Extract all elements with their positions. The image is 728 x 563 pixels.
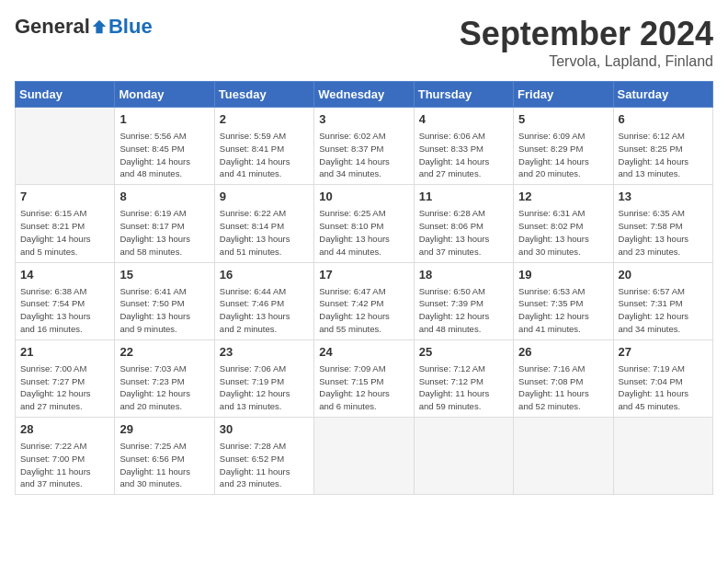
day-number: 3 xyxy=(319,111,408,128)
day-number: 5 xyxy=(518,111,608,128)
day-info: Sunrise: 7:09 AM Sunset: 7:15 PM Dayligh… xyxy=(319,362,408,413)
calendar-cell: 10Sunrise: 6:25 AM Sunset: 8:10 PM Dayli… xyxy=(314,185,414,262)
day-info: Sunrise: 6:50 AM Sunset: 7:39 PM Dayligh… xyxy=(419,285,508,336)
day-info: Sunrise: 5:56 AM Sunset: 8:45 PM Dayligh… xyxy=(119,130,209,180)
day-header-saturday: Saturday xyxy=(613,82,712,108)
calendar-cell: 16Sunrise: 6:44 AM Sunset: 7:46 PM Dayli… xyxy=(214,262,313,339)
calendar-cell: 13Sunrise: 6:35 AM Sunset: 7:58 PM Dayli… xyxy=(613,185,712,262)
logo-icon xyxy=(91,18,108,35)
day-number: 24 xyxy=(319,344,408,361)
day-number: 15 xyxy=(119,267,209,283)
day-number: 23 xyxy=(220,344,309,361)
day-number: 14 xyxy=(20,267,109,283)
day-info: Sunrise: 7:12 AM Sunset: 7:12 PM Dayligh… xyxy=(419,362,508,413)
calendar-cell: 28Sunrise: 7:22 AM Sunset: 7:00 PM Dayli… xyxy=(16,418,115,495)
day-info: Sunrise: 7:28 AM Sunset: 6:52 PM Dayligh… xyxy=(220,440,309,490)
day-number: 12 xyxy=(518,189,608,205)
calendar-cell xyxy=(16,108,115,185)
day-info: Sunrise: 7:00 AM Sunset: 7:27 PM Dayligh… xyxy=(20,362,109,413)
day-info: Sunrise: 6:06 AM Sunset: 8:33 PM Dayligh… xyxy=(419,130,508,180)
day-number: 18 xyxy=(419,267,508,283)
day-info: Sunrise: 7:06 AM Sunset: 7:19 PM Dayligh… xyxy=(220,362,309,413)
calendar-cell: 18Sunrise: 6:50 AM Sunset: 7:39 PM Dayli… xyxy=(414,262,513,339)
day-info: Sunrise: 5:59 AM Sunset: 8:41 PM Dayligh… xyxy=(220,130,309,180)
calendar-cell: 30Sunrise: 7:28 AM Sunset: 6:52 PM Dayli… xyxy=(214,418,313,495)
calendar-cell: 20Sunrise: 6:57 AM Sunset: 7:31 PM Dayli… xyxy=(613,262,712,339)
calendar-header-row: SundayMondayTuesdayWednesdayThursdayFrid… xyxy=(16,82,713,108)
day-number: 22 xyxy=(119,344,209,361)
calendar-cell xyxy=(414,418,513,495)
day-number: 26 xyxy=(518,344,608,361)
calendar-table: SundayMondayTuesdayWednesdayThursdayFrid… xyxy=(15,81,713,495)
calendar-cell: 6Sunrise: 6:12 AM Sunset: 8:25 PM Daylig… xyxy=(613,108,712,185)
logo: General Blue xyxy=(15,15,153,39)
day-number: 25 xyxy=(419,344,508,361)
calendar-cell: 29Sunrise: 7:25 AM Sunset: 6:56 PM Dayli… xyxy=(115,418,214,495)
day-number: 13 xyxy=(619,189,708,205)
day-number: 21 xyxy=(20,344,109,361)
day-header-wednesday: Wednesday xyxy=(314,82,414,108)
calendar-cell: 5Sunrise: 6:09 AM Sunset: 8:29 PM Daylig… xyxy=(514,108,613,185)
svg-marker-0 xyxy=(93,20,106,33)
calendar-cell: 26Sunrise: 7:16 AM Sunset: 7:08 PM Dayli… xyxy=(514,339,613,417)
day-info: Sunrise: 6:38 AM Sunset: 7:54 PM Dayligh… xyxy=(20,285,109,336)
day-number: 29 xyxy=(119,421,209,438)
title-area: September 2024 Tervola, Lapland, Finland xyxy=(460,15,713,70)
day-info: Sunrise: 6:31 AM Sunset: 8:02 PM Dayligh… xyxy=(518,207,608,258)
day-info: Sunrise: 7:22 AM Sunset: 7:00 PM Dayligh… xyxy=(20,440,109,490)
day-header-monday: Monday xyxy=(115,82,214,108)
day-number: 4 xyxy=(419,111,508,128)
day-info: Sunrise: 6:44 AM Sunset: 7:46 PM Dayligh… xyxy=(220,285,309,336)
calendar-cell: 22Sunrise: 7:03 AM Sunset: 7:23 PM Dayli… xyxy=(115,339,214,417)
calendar-cell xyxy=(514,418,613,495)
day-number: 20 xyxy=(619,267,708,283)
day-number: 19 xyxy=(518,267,608,283)
day-number: 16 xyxy=(220,267,309,283)
day-info: Sunrise: 6:25 AM Sunset: 8:10 PM Dayligh… xyxy=(319,207,408,258)
calendar-cell: 2Sunrise: 5:59 AM Sunset: 8:41 PM Daylig… xyxy=(214,108,313,185)
calendar-cell: 14Sunrise: 6:38 AM Sunset: 7:54 PM Dayli… xyxy=(16,262,115,339)
day-number: 6 xyxy=(619,111,708,128)
calendar-cell: 21Sunrise: 7:00 AM Sunset: 7:27 PM Dayli… xyxy=(16,339,115,417)
day-number: 17 xyxy=(319,267,408,283)
day-header-sunday: Sunday xyxy=(16,82,115,108)
calendar-cell: 9Sunrise: 6:22 AM Sunset: 8:14 PM Daylig… xyxy=(214,185,313,262)
calendar-row: 14Sunrise: 6:38 AM Sunset: 7:54 PM Dayli… xyxy=(16,262,713,339)
day-info: Sunrise: 7:03 AM Sunset: 7:23 PM Dayligh… xyxy=(119,362,209,413)
day-number: 28 xyxy=(20,421,109,438)
calendar-cell: 4Sunrise: 6:06 AM Sunset: 8:33 PM Daylig… xyxy=(414,108,513,185)
calendar-cell: 24Sunrise: 7:09 AM Sunset: 7:15 PM Dayli… xyxy=(314,339,414,417)
day-number: 9 xyxy=(220,189,309,205)
calendar-cell xyxy=(314,418,414,495)
day-info: Sunrise: 6:15 AM Sunset: 8:21 PM Dayligh… xyxy=(20,207,109,258)
day-number: 2 xyxy=(220,111,309,128)
calendar-cell: 7Sunrise: 6:15 AM Sunset: 8:21 PM Daylig… xyxy=(16,185,115,262)
page-header: General Blue September 2024 Tervola, Lap… xyxy=(15,15,713,70)
calendar-cell: 17Sunrise: 6:47 AM Sunset: 7:42 PM Dayli… xyxy=(314,262,414,339)
day-number: 7 xyxy=(20,189,109,205)
calendar-cell: 27Sunrise: 7:19 AM Sunset: 7:04 PM Dayli… xyxy=(613,339,712,417)
calendar-cell: 25Sunrise: 7:12 AM Sunset: 7:12 PM Dayli… xyxy=(414,339,513,417)
day-info: Sunrise: 7:16 AM Sunset: 7:08 PM Dayligh… xyxy=(518,362,608,413)
calendar-row: 28Sunrise: 7:22 AM Sunset: 7:00 PM Dayli… xyxy=(16,418,713,495)
calendar-cell: 8Sunrise: 6:19 AM Sunset: 8:17 PM Daylig… xyxy=(115,185,214,262)
calendar-cell: 3Sunrise: 6:02 AM Sunset: 8:37 PM Daylig… xyxy=(314,108,414,185)
day-info: Sunrise: 6:53 AM Sunset: 7:35 PM Dayligh… xyxy=(518,285,608,336)
day-info: Sunrise: 6:35 AM Sunset: 7:58 PM Dayligh… xyxy=(619,207,708,258)
day-number: 8 xyxy=(119,189,209,205)
calendar-row: 7Sunrise: 6:15 AM Sunset: 8:21 PM Daylig… xyxy=(16,185,713,262)
calendar-cell xyxy=(613,418,712,495)
day-info: Sunrise: 6:19 AM Sunset: 8:17 PM Dayligh… xyxy=(119,207,209,258)
day-info: Sunrise: 6:02 AM Sunset: 8:37 PM Dayligh… xyxy=(319,130,408,180)
day-info: Sunrise: 6:22 AM Sunset: 8:14 PM Dayligh… xyxy=(220,207,309,258)
calendar-cell: 15Sunrise: 6:41 AM Sunset: 7:50 PM Dayli… xyxy=(115,262,214,339)
day-number: 10 xyxy=(319,189,408,205)
logo-general-text: General xyxy=(15,15,90,39)
day-number: 1 xyxy=(119,111,209,128)
calendar-row: 1Sunrise: 5:56 AM Sunset: 8:45 PM Daylig… xyxy=(16,108,713,185)
day-number: 30 xyxy=(220,421,309,438)
day-header-thursday: Thursday xyxy=(414,82,513,108)
calendar-cell: 23Sunrise: 7:06 AM Sunset: 7:19 PM Dayli… xyxy=(214,339,313,417)
logo-blue-text: Blue xyxy=(108,15,153,39)
day-info: Sunrise: 6:41 AM Sunset: 7:50 PM Dayligh… xyxy=(119,285,209,336)
